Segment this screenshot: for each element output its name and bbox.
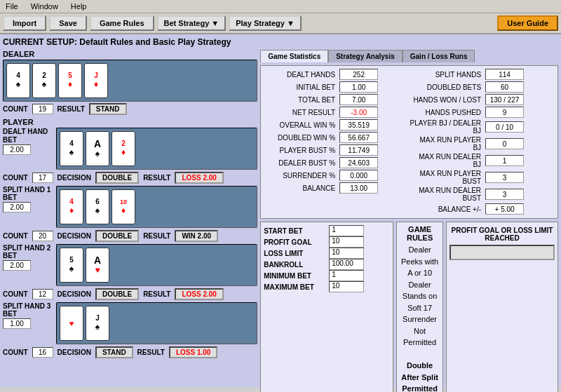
split2-label: SPLIT HAND 2 [3, 244, 53, 252]
import-button[interactable]: Import [3, 15, 46, 31]
stat-net-result: NET RESULT -3.00 [264, 107, 409, 118]
play-strategy-button[interactable]: Play Strategy ▼ [229, 15, 302, 31]
stats-tabs: Game Statistics Strategy Analysis Gain /… [260, 50, 558, 62]
setting-profit-goal: PROFIT GOAL 10 [264, 236, 390, 248]
dealer-card-2: 2♠ [32, 63, 56, 98]
bet-strategy-button[interactable]: Bet Strategy ▼ [157, 15, 227, 31]
split1-decision: DOUBLE [95, 230, 139, 242]
split1-bet: 2.00 [3, 202, 31, 212]
split1-label: SPLIT HAND 1 [3, 186, 53, 194]
tab-game-statistics[interactable]: Game Statistics [260, 50, 328, 62]
rules-panel: GAME RULES Dealer Peeks with A or 10 Dea… [396, 222, 443, 392]
split1-card-1: 4♦ [60, 189, 83, 224]
split3-card-2: J♠ [86, 306, 109, 341]
dealer-info: COUNT 19 RESULT STAND [3, 103, 257, 115]
dealer-card-3: 5♦ [58, 63, 82, 98]
dealer-card-4: J♦ [84, 63, 108, 98]
dealer-result-label: RESULT [58, 105, 85, 113]
split2-card-2: A♥ [86, 248, 109, 283]
stat-max-run-player-bust: MAX RUN PLAYER BUST 3 [410, 170, 555, 185]
stat-dealer-bust: DEALER BUST % 24.603 [264, 157, 409, 168]
stat-player-dealer-bj: PLAYER BJ / DEALER BJ 0 / 10 [410, 119, 555, 135]
setting-start-bet: START BET 1 [264, 225, 390, 236]
settings-panel: START BET 1 PROFIT GOAL 10 LOSS LIMIT 10… [260, 222, 393, 392]
right-side-panel: PROFIT GOAL OR LOSS LIMIT REACHED MINIMU… [446, 222, 558, 392]
dealer-count: 19 [32, 104, 53, 114]
stat-split-hands: SPLIT HANDS 114 [410, 69, 555, 80]
split2-info: COUNT 12 DECISION DOUBLE RESULT LOSS 2.0… [3, 288, 257, 300]
setting-max-bet: MAXIMUM BET 10 [264, 281, 390, 292]
stat-doubled-bets: DOUBLED BETS 60 [410, 81, 555, 93]
dealer-card-area: 4♠ 2♠ 5♦ J♦ [3, 60, 257, 102]
game-rules-button[interactable]: Game Rules [90, 15, 154, 31]
split3-info: COUNT 16 DECISION STAND RESULT LOSS 1.00 [3, 346, 257, 358]
stat-max-run-dealer-bj: MAX RUN DEALER BJ 1 [410, 153, 555, 168]
setup-title: CURRENT SETUP: Default Rules and Basic P… [3, 37, 558, 47]
split1-count: 20 [32, 231, 53, 241]
dealt-hand-label: DEALT HAND [3, 128, 53, 135]
split2-bet: 2.00 [3, 260, 31, 271]
split1-card-3: 10♦ [111, 189, 135, 224]
split2-decision: DOUBLE [95, 288, 139, 300]
menu-file[interactable]: File [3, 1, 21, 11]
stat-dealt-hands: DEALT HANDS 252 [264, 69, 409, 80]
stat-doubled-win: DOUBLED WIN % 56.667 [264, 132, 409, 143]
split3-bet: 1.00 [3, 318, 31, 329]
main-area: CURRENT SETUP: Default Rules and Basic P… [0, 34, 561, 387]
dealer-result: STAND [89, 103, 127, 115]
stat-hands-pushed: HANDS PUSHED 9 [410, 107, 555, 118]
dealer-count-label: COUNT [3, 105, 28, 113]
stat-hands-won-lost: HANDS WON / LOST 130 / 227 [410, 94, 555, 105]
split2-cards: 5♠ A♥ [56, 244, 257, 286]
save-button[interactable]: Save [49, 15, 87, 31]
split1-card-2: 6♠ [86, 189, 109, 224]
setting-loss-limit: LOSS LIMIT 10 [264, 248, 390, 259]
menu-help[interactable]: Help [68, 1, 90, 11]
dealer-section: DEALER 4♠ 2♠ 5♦ J♦ COUNT 19 RESULT STAND [3, 50, 257, 115]
dealt-card-1: 4♠ [60, 131, 83, 166]
stats-grid: DEALT HANDS 252 INITIAL BET 1.00 TOTAL B… [264, 69, 555, 215]
rules-title: GAME RULES [400, 225, 440, 242]
dealer-card-1: 4♠ [6, 63, 30, 98]
stat-overall-win: OVERALL WIN % 35.519 [264, 119, 409, 130]
middle-row: START BET 1 PROFIT GOAL 10 LOSS LIMIT 10… [260, 222, 558, 392]
left-panel: DEALER 4♠ 2♠ 5♦ J♦ COUNT 19 RESULT STAND… [3, 50, 257, 392]
dealt-hand-info: COUNT 17 DECISION DOUBLE RESULT LOSS 2.0… [3, 172, 257, 184]
profit-goal-panel: PROFIT GOAL OR LOSS LIMIT REACHED [446, 222, 558, 392]
split2-result: LOSS 2.00 [175, 288, 223, 300]
player-section: PLAYER DEALT HAND BET 2.00 4♠ A♠ 2♦ [3, 118, 257, 358]
stat-balance-plusminus: BALANCE +/- + 5.00 [410, 203, 555, 215]
dealer-label: DEALER [3, 50, 257, 58]
right-panel: Game Statistics Strategy Analysis Gain /… [260, 50, 558, 392]
split3-decision: STAND [95, 346, 133, 358]
dealt-hand-count: 17 [32, 173, 53, 183]
toolbar: Import Save Game Rules Bet Strategy ▼ Pl… [0, 13, 561, 34]
content-row: DEALER 4♠ 2♠ 5♦ J♦ COUNT 19 RESULT STAND… [3, 50, 558, 392]
split1-info: COUNT 20 DECISION DOUBLE RESULT WIN 2.00 [3, 230, 257, 242]
split3-card-1: ♥ [60, 306, 83, 341]
menu-window[interactable]: Window [28, 1, 61, 11]
rules-text: Dealer Peeks with A or 10 Dealer Stands … [400, 244, 440, 392]
stat-balance: BALANCE 13.00 [264, 182, 409, 194]
profit-goal-label: PROFIT GOAL OR LOSS LIMIT REACHED [450, 225, 555, 243]
tab-gain-loss-runs[interactable]: Gain / Loss Runs [403, 50, 475, 62]
user-guide-button[interactable]: User Guide [497, 15, 558, 31]
setting-bankroll: BANKROLL 100.00 [264, 259, 390, 270]
menu-bar: File Window Help [0, 0, 561, 13]
stats-col-right: SPLIT HANDS 114 DOUBLED BETS 60 HANDS WO… [410, 69, 555, 215]
dealt-hand-decision: DOUBLE [95, 172, 139, 184]
player-label: PLAYER [3, 118, 257, 126]
dealt-hand-bet: 2.00 [3, 144, 31, 155]
split3-count: 16 [32, 347, 53, 358]
tab-strategy-analysis[interactable]: Strategy Analysis [328, 50, 403, 62]
stat-surrender: SURRENDER % 0.000 [264, 170, 409, 181]
stats-body: DEALT HANDS 252 INITIAL BET 1.00 TOTAL B… [260, 65, 558, 219]
split1-cards: 4♦ 6♠ 10♦ [56, 186, 257, 228]
split3-label: SPLIT HAND 3 [3, 302, 53, 310]
dealt-hand-result: LOSS 2.00 [175, 172, 223, 184]
stat-max-run-dealer-bust: MAX RUN DEALER BUST 3 [410, 187, 555, 202]
stat-initial-bet: INITIAL BET 1.00 [264, 81, 409, 93]
stat-total-bet: TOTAL BET 7.00 [264, 94, 409, 105]
stats-col-left: DEALT HANDS 252 INITIAL BET 1.00 TOTAL B… [264, 69, 409, 215]
setting-min-bet: MINIMUM BET 1 [264, 270, 390, 281]
